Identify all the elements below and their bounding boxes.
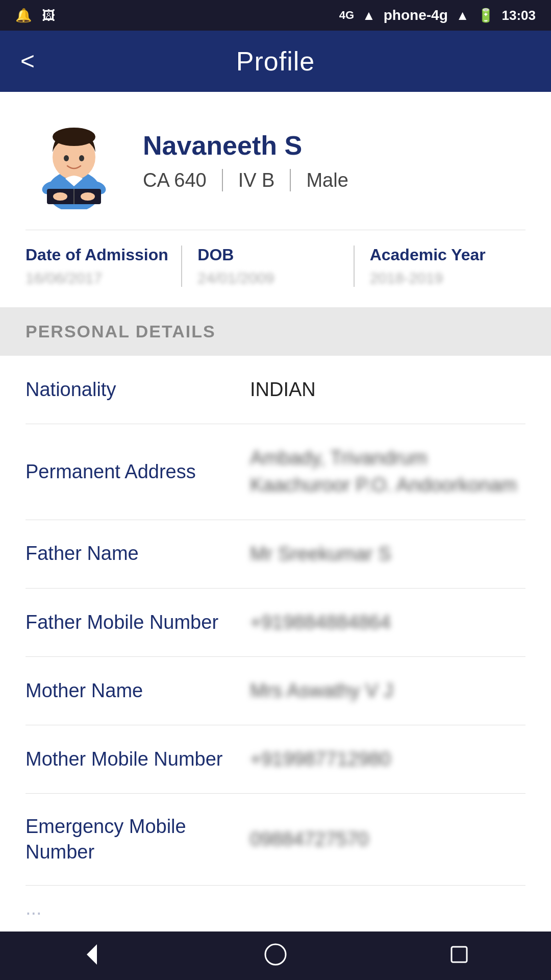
avatar bbox=[26, 112, 122, 209]
home-nav-button[interactable] bbox=[260, 939, 291, 970]
mother-name-value: Mrs Aswathy V J bbox=[250, 677, 525, 704]
battery-icon: 🔋 bbox=[478, 8, 494, 23]
address-value: Ambady, Trivandrum Kaachuroor P.O. Andoo… bbox=[250, 445, 525, 499]
address-label: Permanent Address bbox=[26, 459, 240, 484]
dob-label: DOB bbox=[197, 246, 234, 264]
profile-name: Navaneeth S bbox=[143, 130, 348, 161]
status-bar: 🔔 🖼 4G ▲ phone-4g ▲ 🔋 13:03 bbox=[0, 0, 551, 31]
page-title: Profile bbox=[236, 46, 315, 77]
admission-date-value: 16/06/2017 bbox=[26, 270, 102, 287]
personal-details-list: Nationality INDIAN Permanent Address Amb… bbox=[0, 356, 551, 932]
recent-nav-button[interactable] bbox=[444, 939, 474, 970]
admission-date-stat: Date of Admission 16/06/2017 bbox=[26, 246, 182, 287]
svg-marker-12 bbox=[87, 944, 97, 965]
father-mobile-value: +919884884864 bbox=[250, 609, 525, 636]
nationality-row: Nationality INDIAN bbox=[26, 356, 525, 424]
mother-mobile-label: Mother Mobile Number bbox=[26, 747, 240, 772]
nationality-value: INDIAN bbox=[250, 376, 525, 403]
emergency-mobile-value: 09884727570 bbox=[250, 826, 525, 853]
meta-separator-2 bbox=[290, 169, 291, 191]
svg-point-10 bbox=[53, 192, 67, 201]
mother-mobile-value: +919987712980 bbox=[250, 746, 525, 773]
father-name-row: Father Name Mr Sreekumar S bbox=[26, 520, 525, 589]
lte-label: phone-4g bbox=[384, 7, 448, 23]
status-right-info: 4G ▲ phone-4g ▲ 🔋 13:03 bbox=[339, 7, 536, 23]
svg-point-13 bbox=[265, 944, 286, 965]
svg-point-7 bbox=[79, 155, 84, 161]
academic-year-stat: Academic Year 2018-2019 bbox=[370, 246, 525, 287]
stats-row: Date of Admission 16/06/2017 DOB 24/01/2… bbox=[26, 230, 525, 287]
father-name-label: Father Name bbox=[26, 541, 240, 566]
clock: 13:03 bbox=[502, 8, 536, 23]
mother-name-row: Mother Name Mrs Aswathy V J bbox=[26, 657, 525, 725]
father-mobile-label: Father Mobile Number bbox=[26, 610, 240, 635]
father-mobile-row: Father Mobile Number +919884884864 bbox=[26, 589, 525, 657]
dob-stat: DOB 24/01/2009 bbox=[197, 246, 354, 287]
profile-top-section: Navaneeth S CA 640 IV B Male bbox=[26, 112, 525, 209]
meta-separator-1 bbox=[222, 169, 223, 191]
academic-year-label: Academic Year bbox=[370, 246, 486, 264]
status-left-icons: 🔔 🖼 bbox=[15, 8, 55, 23]
signal-bars2-icon: ▲ bbox=[456, 8, 469, 23]
class-section: IV B bbox=[238, 169, 275, 191]
partial-row: ... bbox=[26, 886, 525, 932]
roll-number: CA 640 bbox=[143, 169, 207, 191]
father-name-value: Mr Sreekumar S bbox=[250, 541, 525, 568]
emergency-mobile-row: Emergency Mobile Number 09884727570 bbox=[26, 794, 525, 886]
mother-mobile-row: Mother Mobile Number +919987712980 bbox=[26, 725, 525, 794]
profile-meta: CA 640 IV B Male bbox=[143, 169, 348, 191]
back-nav-button[interactable] bbox=[77, 939, 107, 970]
image-icon: 🖼 bbox=[42, 8, 55, 23]
admission-date-label: Date of Admission bbox=[26, 246, 168, 264]
svg-point-6 bbox=[64, 155, 69, 161]
profile-info: Navaneeth S CA 640 IV B Male bbox=[143, 130, 348, 191]
svg-point-5 bbox=[53, 128, 95, 146]
academic-year-value: 2018-2019 bbox=[370, 270, 443, 287]
bell-icon: 🔔 bbox=[15, 8, 32, 23]
signal-bars-icon: ▲ bbox=[362, 8, 375, 23]
partial-label: ... bbox=[26, 896, 240, 921]
signal-4g-icon: 4G bbox=[339, 9, 354, 22]
mother-name-label: Mother Name bbox=[26, 678, 240, 703]
address-row: Permanent Address Ambady, Trivandrum Kaa… bbox=[26, 424, 525, 520]
profile-card: Navaneeth S CA 640 IV B Male Date of Adm… bbox=[0, 92, 551, 307]
nav-bar bbox=[0, 932, 551, 980]
gender: Male bbox=[306, 169, 348, 191]
personal-details-header: PERSONAL DETAILS bbox=[0, 307, 551, 356]
dob-value: 24/01/2009 bbox=[197, 270, 274, 287]
svg-rect-14 bbox=[452, 947, 467, 962]
nationality-label: Nationality bbox=[26, 377, 240, 402]
back-button[interactable]: < bbox=[20, 49, 35, 74]
svg-point-11 bbox=[81, 192, 95, 201]
app-header: < Profile bbox=[0, 31, 551, 92]
emergency-mobile-label: Emergency Mobile Number bbox=[26, 814, 240, 865]
